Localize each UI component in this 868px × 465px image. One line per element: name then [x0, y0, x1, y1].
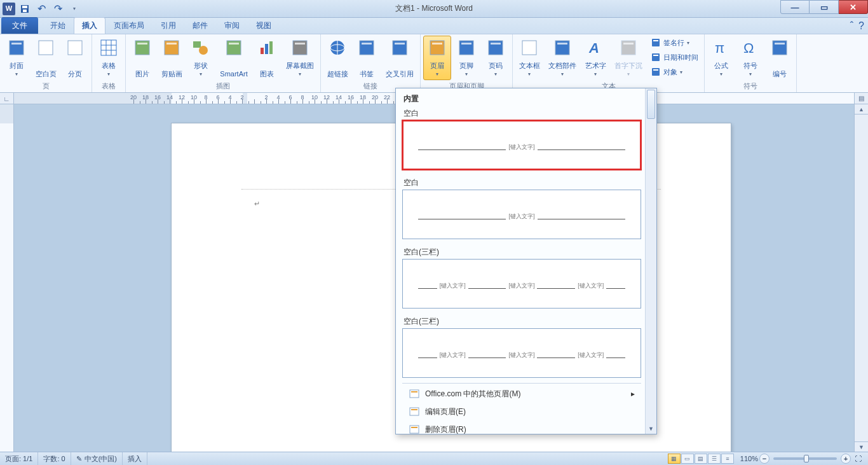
- tab-审阅[interactable]: 审阅: [216, 17, 248, 34]
- svg-rect-21: [229, 43, 239, 45]
- object-button[interactable]: 对象 ▾: [648, 65, 702, 79]
- gallery-item-label: 空白(三栏): [402, 314, 641, 328]
- table-button[interactable]: 表格▾: [95, 36, 123, 80]
- view-print-layout-button[interactable]: ▦: [668, 454, 681, 464]
- view-draft-button[interactable]: ≡: [721, 454, 734, 464]
- edit-header-icon: [409, 406, 420, 417]
- gallery-item-3[interactable]: [键入文字][键入文字][键入文字]: [402, 328, 641, 378]
- equation-button[interactable]: π公式▾: [707, 36, 735, 80]
- tab-selector[interactable]: ∟: [0, 93, 14, 104]
- window-minimize-button[interactable]: —: [780, 0, 810, 14]
- insertion-cursor: ↵: [254, 200, 260, 208]
- vertical-ruler[interactable]: [0, 104, 14, 452]
- gallery-menu-edit-header[interactable]: 编辑页眉(E): [402, 403, 641, 420]
- bookmark-button[interactable]: 书签: [353, 36, 381, 80]
- gallery-placeholder: [键入文字]: [575, 351, 606, 359]
- gallery-placeholder: [键入文字]: [506, 212, 537, 221]
- chart-button[interactable]: 图表: [253, 36, 281, 80]
- svg-rect-6: [41, 43, 51, 45]
- footer-button[interactable]: 页脚▾: [452, 36, 480, 80]
- svg-rect-2: [23, 10, 27, 12]
- cover-page-button[interactable]: 封面▾: [3, 36, 31, 80]
- tab-file[interactable]: 文件: [1, 17, 38, 34]
- shapes-button[interactable]: 形状▾: [187, 36, 215, 80]
- group-表格: 表格▾表格: [92, 34, 126, 92]
- status-language[interactable]: ✎ 中文(中国): [71, 452, 123, 465]
- tab-视图[interactable]: 视图: [248, 17, 280, 34]
- tab-邮件[interactable]: 邮件: [184, 17, 216, 34]
- view-web-button[interactable]: ▤: [695, 454, 707, 464]
- gallery-item-0[interactable]: [键入文字]: [402, 120, 641, 170]
- svg-rect-46: [623, 43, 634, 45]
- gallery-menu-remove-header[interactable]: 删除页眉(R): [402, 420, 641, 434]
- status-mode[interactable]: 插入: [123, 452, 147, 465]
- number-button[interactable]: 编号: [766, 36, 794, 80]
- dropcap-button: 首字下沉▾: [611, 36, 646, 80]
- shapes-icon: [191, 38, 211, 58]
- status-page[interactable]: 页面: 1/1: [0, 452, 38, 465]
- textbox-button[interactable]: 文本框▾: [515, 36, 543, 80]
- zoom-fit-button[interactable]: ⛶: [852, 455, 864, 462]
- chart-icon: [257, 38, 277, 58]
- blank-page-button[interactable]: 空白页: [32, 36, 60, 80]
- header-button[interactable]: 页眉▾: [423, 36, 451, 80]
- zoom-percent[interactable]: 110%: [740, 455, 758, 462]
- tab-开始[interactable]: 开始: [42, 17, 74, 34]
- ribbon-minimize-button[interactable]: ˆ: [850, 20, 853, 32]
- cross-ref-button[interactable]: 交叉引用: [382, 36, 417, 80]
- qat-save-button[interactable]: [18, 2, 32, 16]
- status-word-count[interactable]: 字数: 0: [38, 452, 71, 465]
- qat-customize-button[interactable]: ▾: [67, 2, 81, 16]
- page-break-icon: [65, 38, 85, 58]
- screenshot-button[interactable]: 屏幕截图▾: [282, 36, 318, 80]
- wordart-icon: A: [585, 38, 606, 58]
- signature-line-button[interactable]: 签名行 ▾: [648, 36, 702, 50]
- svg-rect-22: [261, 48, 264, 54]
- picture-button[interactable]: 图片: [128, 36, 156, 80]
- date-time-button[interactable]: 日期和时间: [648, 50, 702, 64]
- svg-rect-8: [70, 43, 80, 45]
- svg-text:A: A: [588, 40, 599, 56]
- svg-rect-49: [652, 53, 660, 61]
- tab-插入[interactable]: 插入: [74, 17, 105, 34]
- gallery-scrollbar[interactable]: ▲ ▼: [645, 88, 656, 434]
- symbol-button[interactable]: Ω符号▾: [736, 36, 764, 80]
- svg-rect-24: [269, 41, 273, 54]
- screenshot-icon: [290, 38, 310, 58]
- view-fullscreen-button[interactable]: ▭: [681, 454, 694, 464]
- gallery-item-2[interactable]: [键入文字][键入文字][键入文字]: [402, 259, 641, 309]
- help-button[interactable]: ?: [858, 20, 864, 32]
- tab-页面布局[interactable]: 页面布局: [105, 17, 153, 34]
- group-文本: 文本框▾文档部件▾A艺术字▾首字下沉▾签名行 ▾日期和时间对象 ▾文本: [513, 34, 705, 92]
- zoom-out-button[interactable]: −: [759, 454, 770, 464]
- object-icon: [651, 67, 661, 77]
- svg-rect-15: [137, 43, 147, 45]
- header-gallery-dropdown: 内置 空白[键入文字]空白[键入文字]空白(三栏)[键入文字][键入文字][键入…: [395, 88, 657, 434]
- svg-rect-57: [410, 390, 419, 398]
- zoom-in-button[interactable]: +: [841, 454, 851, 464]
- page-break-button[interactable]: 分页: [61, 36, 89, 80]
- page-number-button[interactable]: 页码▾: [482, 36, 510, 80]
- wordart-button[interactable]: A艺术字▾: [581, 36, 609, 80]
- svg-rect-56: [775, 43, 785, 45]
- view-outline-button[interactable]: ☰: [708, 454, 721, 464]
- zoom-slider[interactable]: [773, 457, 837, 460]
- vertical-scrollbar[interactable]: ▲ ▼: [854, 104, 868, 452]
- quickparts-button[interactable]: 文档部件▾: [545, 36, 580, 80]
- window-close-button[interactable]: ✕: [839, 0, 868, 14]
- window-maximize-button[interactable]: ▭: [810, 0, 839, 14]
- qat-redo-button[interactable]: ↷: [51, 2, 65, 16]
- table-icon: [98, 38, 119, 58]
- smartart-button[interactable]: SmartArt: [216, 36, 252, 80]
- qat-undo-button[interactable]: ↶: [34, 2, 48, 16]
- gallery-scrollbar-thumb[interactable]: [647, 90, 655, 119]
- clipart-button[interactable]: 剪贴画: [158, 36, 186, 80]
- gallery-menu-office-more[interactable]: Office.com 中的其他页眉(M)▸: [402, 385, 641, 403]
- smartart-icon: [224, 38, 244, 58]
- blank-page-icon: [36, 38, 56, 58]
- hyperlink-button[interactable]: 超链接: [323, 36, 351, 80]
- gallery-item-1[interactable]: [键入文字]: [402, 190, 641, 239]
- ruler-toggle-button[interactable]: ▤: [854, 93, 868, 104]
- tab-引用[interactable]: 引用: [153, 17, 184, 34]
- svg-rect-39: [491, 43, 501, 45]
